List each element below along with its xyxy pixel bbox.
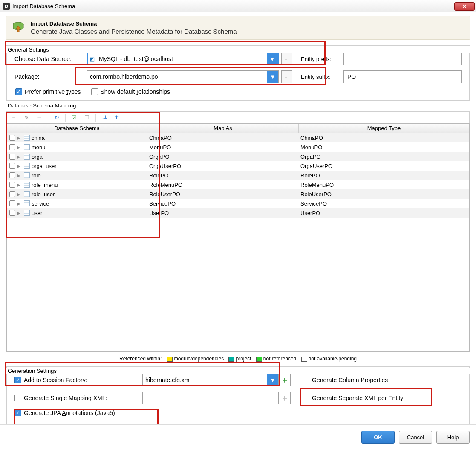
expand-arrow-icon[interactable]: ▶ xyxy=(17,164,22,168)
add-session-factory-button[interactable]: ＋ xyxy=(279,374,291,386)
refresh-icon[interactable]: ↻ xyxy=(52,113,61,122)
table-row[interactable]: ▶role_menuRoleMenuPORoleMenuPO xyxy=(7,180,469,189)
table-row[interactable]: ▶roleRolePORolePO xyxy=(7,171,469,180)
entity-suffix-input[interactable] xyxy=(343,70,462,83)
expand-arrow-icon[interactable]: ▶ xyxy=(17,201,22,206)
map-as-cell[interactable]: RoleMenuPO xyxy=(147,182,299,188)
expand-arrow-icon[interactable]: ▶ xyxy=(17,136,22,140)
data-source-dropdown[interactable]: ◩ MySQL - db_test@localhost ▼ xyxy=(87,52,279,65)
swatch-module-icon xyxy=(167,357,173,362)
legend-pending: not available/pending xyxy=(309,356,357,362)
package-browse-button[interactable]: ··· xyxy=(281,70,292,83)
table-row[interactable]: ▶role_userRoleUserPORoleUserPO xyxy=(7,189,469,199)
expand-arrow-icon[interactable]: ▶ xyxy=(17,145,22,150)
mapped-type-cell[interactable]: UserPO xyxy=(299,210,469,216)
add-session-factory-checkbox[interactable]: ✓ Add to Session Factory: xyxy=(14,377,142,383)
swatch-pending-icon xyxy=(301,357,307,362)
deselect-all-icon[interactable]: ☐ xyxy=(83,113,91,122)
window-title: Import Database Schema xyxy=(12,3,454,9)
package-dropdown[interactable]: com.rombo.hiberdemo.po ▼ xyxy=(87,70,279,83)
table-row[interactable]: ▶userUserPOUserPO xyxy=(7,208,469,218)
ok-button[interactable]: OK xyxy=(361,431,395,444)
dialog-banner: Import Database Schema Generate Java Cla… xyxy=(6,16,470,40)
edit-icon[interactable]: ✎ xyxy=(22,113,31,122)
mapped-type-cell[interactable]: OrgaPO xyxy=(299,154,469,160)
table-icon xyxy=(24,200,30,206)
table-row[interactable]: ▶chinaChinaPOChinaPO xyxy=(7,133,469,142)
generate-jpa-annotations-checkbox[interactable]: ✓ Generate JPA Annotations (Java5) xyxy=(14,409,115,416)
show-default-relationships-checkbox[interactable]: Show default relationships xyxy=(91,88,170,95)
schema-toolbar: ＋ ✎ ─ ↻ ☑ ☐ ⇊ ⇈ xyxy=(6,111,470,123)
show-default-relationships-label: Show default relationships xyxy=(101,88,170,95)
table-row[interactable]: ▶menuMenuPOMenuPO xyxy=(7,142,469,152)
banner-title: Import Database Schema xyxy=(31,20,237,27)
map-as-cell[interactable]: OrgaUserPO xyxy=(147,163,299,169)
column-mapped-type[interactable]: Mapped Type xyxy=(299,124,469,133)
row-checkbox[interactable] xyxy=(9,154,15,160)
mapped-type-cell[interactable]: OrgaUserPO xyxy=(299,163,469,169)
mapped-type-cell[interactable]: RoleMenuPO xyxy=(299,182,469,188)
expand-arrow-icon[interactable]: ▶ xyxy=(17,154,22,159)
mapped-type-cell[interactable]: ServicePO xyxy=(299,200,469,207)
map-as-cell[interactable]: RolePO xyxy=(147,172,299,179)
map-as-cell[interactable]: RoleUserPO xyxy=(147,191,299,197)
generate-column-properties-checkbox[interactable]: Generate Column Properties xyxy=(303,377,388,383)
mapped-type-cell[interactable]: MenuPO xyxy=(299,144,469,151)
prefer-primitive-checkbox[interactable]: ✓ Prefer primitive types xyxy=(15,88,81,95)
row-checkbox[interactable] xyxy=(9,182,15,188)
map-as-cell[interactable]: ChinaPO xyxy=(147,135,299,141)
cancel-button[interactable]: Cancel xyxy=(399,431,432,444)
data-source-browse-button[interactable]: ··· xyxy=(281,52,292,65)
row-checkbox[interactable] xyxy=(9,210,15,216)
schema-name: role_user xyxy=(32,191,55,197)
data-source-label: Choose Data Source: xyxy=(14,55,87,62)
expand-arrow-icon[interactable]: ▶ xyxy=(17,211,22,215)
entity-prefix-input[interactable] xyxy=(343,52,462,65)
help-button[interactable]: Help xyxy=(436,431,470,444)
row-checkbox[interactable] xyxy=(9,135,15,141)
schema-mapping-legend: Database Schema Mapping xyxy=(6,102,470,109)
mapped-type-cell[interactable]: RolePO xyxy=(299,172,469,179)
remove-icon[interactable]: ─ xyxy=(35,113,43,122)
column-database-schema[interactable]: Database Schema xyxy=(7,124,147,133)
table-row[interactable]: ▶orga_userOrgaUserPOOrgaUserPO xyxy=(7,161,469,171)
session-factory-dropdown[interactable]: hibernate.cfg.xml ▼ xyxy=(142,374,279,386)
single-xml-input[interactable] xyxy=(142,392,279,404)
add-icon[interactable]: ＋ xyxy=(9,113,18,122)
data-source-value: MySQL - db_test@localhost xyxy=(96,55,267,62)
table-icon xyxy=(24,154,30,160)
generate-single-xml-checkbox[interactable]: Generate Single Mapping XML: xyxy=(14,395,142,401)
reference-legend: Referenced within: module/dependencies p… xyxy=(6,352,470,363)
row-checkbox[interactable] xyxy=(9,172,15,178)
mapped-type-cell[interactable]: ChinaPO xyxy=(299,135,469,141)
add-xml-button[interactable]: ＋ xyxy=(279,392,291,404)
mysql-icon: ◩ xyxy=(88,56,96,62)
collapse-all-icon[interactable]: ⇈ xyxy=(113,113,121,122)
map-as-cell[interactable]: ServicePO xyxy=(147,200,299,207)
check-icon xyxy=(303,395,309,401)
table-row[interactable]: ▶serviceServicePOServicePO xyxy=(7,199,469,208)
close-button[interactable]: ✕ xyxy=(454,2,475,11)
row-checkbox[interactable] xyxy=(9,191,15,197)
table-row[interactable]: ▶orgaOrgaPOOrgaPO xyxy=(7,152,469,161)
row-checkbox[interactable] xyxy=(9,144,15,150)
expand-all-icon[interactable]: ⇊ xyxy=(100,113,109,122)
map-as-cell[interactable]: OrgaPO xyxy=(147,154,299,160)
expand-arrow-icon[interactable]: ▶ xyxy=(17,173,22,178)
select-all-icon[interactable]: ☑ xyxy=(70,113,78,122)
row-checkbox[interactable] xyxy=(9,200,15,206)
generate-separate-xml-checkbox[interactable]: Generate Separate XML per Entity xyxy=(303,395,403,401)
check-icon xyxy=(303,377,309,383)
grid-body[interactable]: ▶chinaChinaPOChinaPO▶menuMenuPOMenuPO▶or… xyxy=(7,133,469,351)
map-as-cell[interactable]: MenuPO xyxy=(147,144,299,151)
expand-arrow-icon[interactable]: ▶ xyxy=(17,183,22,187)
expand-arrow-icon[interactable]: ▶ xyxy=(17,192,22,197)
mapped-type-cell[interactable]: RoleUserPO xyxy=(299,191,469,197)
map-as-cell[interactable]: UserPO xyxy=(147,210,299,216)
row-checkbox[interactable] xyxy=(9,163,15,169)
column-map-as[interactable]: Map As xyxy=(147,124,299,133)
schema-grid: Database Schema Map As Mapped Type ▶chin… xyxy=(6,123,470,352)
check-icon xyxy=(14,395,21,401)
legend-module: module/dependencies xyxy=(174,356,224,362)
legend-notref: not referenced xyxy=(263,356,296,362)
